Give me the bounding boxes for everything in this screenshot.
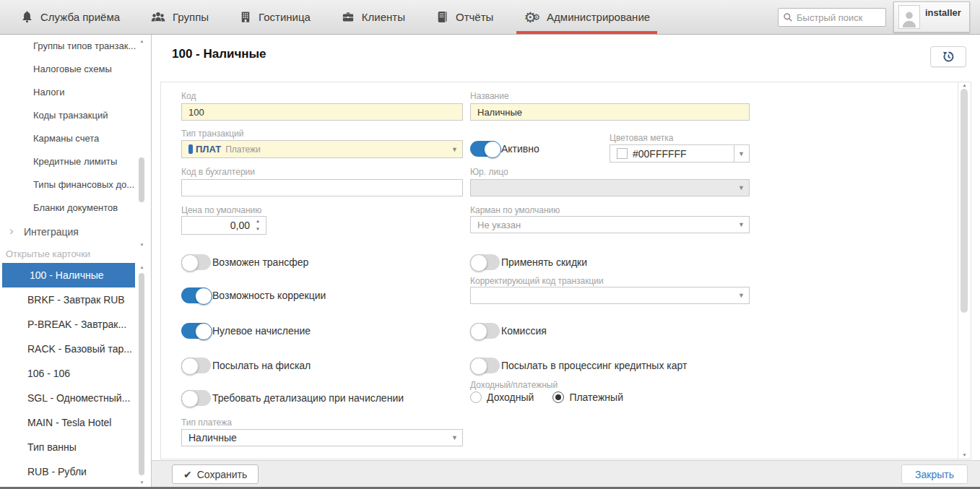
toggle-track[interactable] [470, 141, 500, 157]
history-button[interactable] [930, 46, 966, 67]
sidebar-item-credit-limits[interactable]: Кредитные лимиты [0, 150, 151, 173]
nav-reports[interactable]: Отчёты [435, 0, 493, 34]
transaction-type-select[interactable]: ПЛАТ Платежи ▼ [181, 140, 463, 158]
scroll-up-arrow[interactable]: ▲ [138, 264, 146, 270]
open-card-brkf[interactable]: BRKF - Завтрак RUB [0, 287, 135, 312]
form-scrollbar[interactable]: ▲ ▼ [958, 82, 971, 459]
chevron-down-icon: ▼ [451, 145, 458, 152]
chevron-right-icon: › [9, 219, 14, 243]
sidebar-item-tax-schemes[interactable]: Налоговые схемы [0, 58, 151, 81]
color-mark-field[interactable]: #00FFFFFF ▼ [610, 144, 750, 163]
radio-payment[interactable]: Платежный [552, 391, 623, 403]
default-price-spinner[interactable]: 0,00 ▲ ▼ [181, 216, 266, 235]
quick-search[interactable] [778, 8, 886, 27]
search-input[interactable] [797, 12, 881, 23]
sidebar-item-taxes[interactable]: Налоги [0, 81, 151, 104]
sidebar-item-document-forms[interactable]: Бланки документов [0, 196, 151, 220]
correction-code-select[interactable]: ▼ [470, 287, 750, 304]
zero-accrual-toggle[interactable]: Нулевое начисление [181, 323, 311, 339]
user-avatar [898, 5, 920, 29]
sidebar-item-integration[interactable]: › Интеграция [0, 220, 151, 244]
nav-administration[interactable]: ⚙⚙ Администрирование [524, 0, 650, 34]
toggle-track[interactable] [181, 287, 211, 303]
radio-income[interactable]: Доходный [470, 391, 534, 403]
scrollbar-thumb[interactable] [139, 273, 144, 475]
open-card-rack[interactable]: RACK - Базовый тар... [0, 337, 135, 361]
open-card-106[interactable]: 106 - 106 [0, 361, 135, 386]
chevron-down-icon: ▼ [738, 150, 745, 157]
open-card-main-tesla[interactable]: MAIN - Tesla Hotel [0, 410, 135, 435]
legal-entity-label: Юр. лицо [470, 167, 750, 177]
toggle-track[interactable] [470, 254, 500, 270]
sidebar-item-account-pockets[interactable]: Карманы счета [0, 127, 151, 150]
nav-label: Отчёты [456, 11, 493, 23]
legal-entity-select: ▼ [470, 179, 750, 196]
toggle-track[interactable] [181, 323, 211, 339]
check-icon: ✔ [183, 469, 192, 480]
search-icon [783, 12, 793, 22]
open-cards-scrollbar[interactable]: ▲ ▼ [138, 264, 146, 485]
payment-type-label: Тип платежа [181, 417, 463, 428]
sidebar: Группы типов транзак... Налоговые схемы … [0, 35, 152, 489]
briefcase-icon [341, 10, 355, 24]
spinner-up-icon[interactable]: ▲ [253, 218, 263, 225]
cc-processing-toggle[interactable]: Посылать в процессинг кредитных карт [470, 358, 687, 373]
name-input[interactable]: Наличные [470, 103, 750, 121]
page-title: 100 - Наличные [172, 47, 266, 61]
toggle-track[interactable] [181, 358, 211, 373]
open-card-rub[interactable]: RUB - Рубли [0, 459, 135, 484]
footer-action-bar: ✔ Сохранить Закрыть [152, 460, 980, 487]
sidebar-item-transaction-type-groups[interactable]: Группы типов транзак... [0, 35, 151, 58]
open-card-100-cash[interactable]: 100 - Наличные [2, 263, 135, 287]
chevron-down-icon: ▼ [451, 434, 458, 441]
toggle-track[interactable] [181, 390, 211, 406]
nav-front-desk[interactable]: Служба приёма [20, 0, 120, 34]
scroll-down-arrow[interactable]: ▼ [138, 242, 146, 248]
color-dropdown-button[interactable]: ▼ [734, 145, 749, 162]
require-details-toggle[interactable]: Требовать детализацию при начислении [181, 390, 404, 406]
payment-type-select[interactable]: Наличные ▼ [181, 429, 463, 446]
open-cards-list: 100 - Наличные BRKF - Завтрак RUB P-BREA… [0, 263, 135, 484]
scrollbar-thumb[interactable] [961, 89, 968, 313]
save-button[interactable]: ✔ Сохранить [172, 464, 259, 484]
open-card-sgl[interactable]: SGL - Одноместный... [0, 386, 135, 410]
nav-hotel[interactable]: Гостиница [239, 0, 311, 34]
scroll-up-arrow[interactable]: ▲ [958, 82, 971, 89]
radio-circle[interactable] [552, 391, 564, 403]
nav-clients[interactable]: Клиенты [341, 0, 405, 34]
fiscal-toggle[interactable]: Посылать на фискал [181, 358, 311, 373]
discounts-toggle[interactable]: Применять скидки [470, 254, 587, 270]
user-menu[interactable]: installer [893, 1, 970, 33]
sidebar-item-financial-doc-types[interactable]: Типы финансовых до... [0, 173, 151, 196]
toggle-track[interactable] [181, 254, 211, 270]
default-pocket-select[interactable]: Не указан ▼ [470, 216, 750, 233]
scroll-down-arrow[interactable]: ▼ [958, 452, 971, 459]
active-toggle[interactable]: Активно [470, 141, 539, 157]
commission-toggle[interactable]: Комиссия [470, 323, 547, 339]
open-cards-header: Открытые карточки [6, 248, 90, 259]
color-mark-label: Цветовая метка [610, 133, 750, 143]
nav-label: Служба приёма [40, 11, 120, 23]
code-input[interactable]: 100 [181, 103, 463, 121]
sidebar-item-transaction-codes[interactable]: Коды транзакций [0, 104, 151, 127]
name-label: Название [470, 91, 750, 101]
sidebar-menu-scrollbar[interactable]: ▲ ▼ [138, 38, 146, 248]
transfer-toggle[interactable]: Возможен трансфер [181, 254, 308, 270]
toggle-track[interactable] [470, 358, 500, 373]
nav-label: Клиенты [362, 11, 405, 23]
nav-groups[interactable]: Группы [150, 0, 209, 34]
radio-circle[interactable] [470, 391, 482, 403]
accounting-code-input[interactable] [181, 179, 463, 196]
open-card-p-break[interactable]: P-BREAK - Завтрак... [0, 312, 135, 337]
correction-toggle[interactable]: Возможность коррекции [181, 287, 326, 303]
book-icon [435, 10, 449, 24]
toggle-track[interactable] [470, 323, 500, 339]
open-card-bath-type[interactable]: Тип ванны [0, 435, 135, 459]
scroll-up-arrow[interactable]: ▲ [138, 38, 146, 44]
code-label: Код [181, 91, 463, 101]
spinner-down-icon[interactable]: ▼ [253, 226, 263, 233]
scrollbar-thumb[interactable] [139, 157, 144, 202]
close-button[interactable]: Закрыть [901, 464, 968, 484]
nav-label: Гостиница [259, 11, 311, 23]
scroll-down-arrow[interactable]: ▼ [138, 480, 146, 485]
